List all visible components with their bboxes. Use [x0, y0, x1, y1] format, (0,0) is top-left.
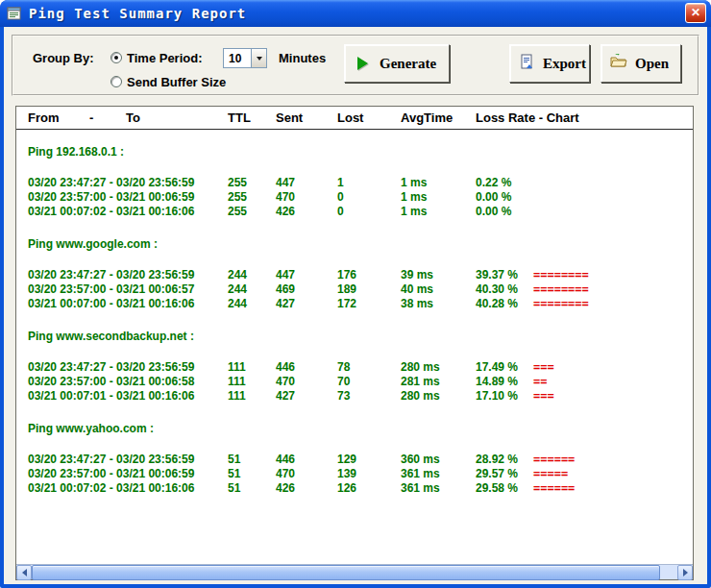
cell-period: 03/20 23:47:27 - 03/20 23:56:59 [28, 176, 194, 189]
cell-chart: ====== [533, 481, 575, 495]
export-button-label: Export [543, 56, 586, 72]
ping-section-title: Ping 192.168.0.1 : [28, 145, 124, 159]
scroll-left-button[interactable] [16, 565, 32, 580]
cell-lost: 176 [337, 268, 356, 282]
cell-period: 03/20 23:57:00 - 03/21 00:06:58 [28, 375, 194, 388]
ping-section-title: Ping www.secondbackup.net : [28, 330, 194, 344]
cell-avg: 39 ms [401, 268, 433, 282]
cell-ttl: 255 [228, 190, 247, 204]
cell-avg: 360 ms [401, 453, 440, 466]
cell-loss: 17.10 % [476, 389, 518, 403]
cell-chart: ======== [533, 297, 589, 310]
cell-lost: 139 [337, 467, 356, 480]
report-row: 03/20 23:47:27 - 03/20 23:56:59244447176… [16, 268, 693, 282]
group-by-label: Group By: [33, 51, 94, 65]
cell-lost: 0 [337, 205, 344, 218]
ping-section-title: Ping www.google.com : [28, 237, 158, 252]
report-row: 03/20 23:47:27 - 03/20 23:56:59111446782… [16, 360, 693, 375]
toolbar-panel: Group By: Time Period: 10 Minutes Send B… [12, 35, 699, 96]
cell-loss: 29.58 % [476, 481, 518, 495]
cell-ttl: 111 [228, 389, 246, 403]
cell-loss: 0.00 % [476, 205, 511, 218]
play-icon [357, 57, 368, 70]
open-folder-icon [610, 54, 627, 73]
cell-avg: 1 ms [401, 205, 427, 218]
cell-loss: 40.30 % [476, 282, 518, 296]
ping-section-title: Ping www.yahoo.com : [28, 422, 154, 436]
cell-sent: 447 [276, 176, 295, 189]
cell-ttl: 244 [228, 282, 247, 296]
export-icon [519, 54, 535, 74]
cell-lost: 73 [337, 389, 350, 403]
cell-chart: ===== [533, 467, 568, 480]
cell-sent: 426 [276, 205, 295, 218]
cell-ttl: 255 [228, 205, 247, 218]
generate-button[interactable]: Generate [344, 44, 450, 83]
cell-ttl: 255 [228, 176, 247, 189]
open-button[interactable]: Open [601, 44, 681, 83]
cell-sent: 470 [276, 375, 295, 388]
cell-avg: 361 ms [401, 481, 440, 495]
cell-loss: 0.00 % [476, 190, 511, 204]
cell-chart: ======== [533, 268, 589, 282]
cell-lost: 129 [337, 453, 356, 466]
report-row: 03/21 00:07:02 - 03/21 00:16:0625542601 … [16, 205, 693, 219]
send-buffer-radio[interactable] [110, 76, 122, 87]
cell-loss: 17.49 % [476, 360, 518, 374]
cell-sent: 447 [276, 268, 295, 282]
titlebar[interactable]: Ping Test Summary Report ✕ [0, 0, 711, 27]
cell-period: 03/21 00:07:00 - 03/21 00:16:06 [28, 297, 194, 310]
report-row: 03/20 23:57:00 - 03/21 00:06:59514701393… [16, 467, 693, 481]
cell-lost: 189 [337, 282, 356, 296]
cell-avg: 361 ms [401, 467, 440, 480]
cell-loss: 14.89 % [476, 375, 518, 388]
cell-period: 03/20 23:57:00 - 03/21 00:06:59 [28, 190, 194, 204]
cell-ttl: 51 [228, 453, 240, 466]
cell-avg: 281 ms [401, 375, 440, 388]
minutes-label: Minutes [279, 51, 326, 65]
scroll-right-icon [683, 569, 688, 576]
cell-lost: 1 [337, 176, 344, 189]
report-row: 03/20 23:47:27 - 03/20 23:56:5925544711 … [16, 176, 693, 190]
close-icon: ✕ [691, 6, 700, 19]
export-button[interactable]: Export [509, 44, 590, 83]
cell-lost: 78 [337, 360, 350, 374]
cell-loss: 28.92 % [476, 453, 518, 466]
period-value: 10 [224, 49, 251, 67]
cell-chart: ======== [533, 282, 589, 296]
report-body: Ping 192.168.0.1 :03/20 23:47:27 - 03/20… [16, 107, 693, 564]
cell-sent: 427 [276, 297, 295, 310]
report-row: 03/21 00:07:00 - 03/21 00:16:06244427172… [16, 297, 693, 311]
cell-avg: 280 ms [401, 360, 440, 374]
window-icon[interactable] [7, 6, 22, 21]
scroll-right-button[interactable] [677, 565, 693, 580]
cell-lost: 126 [337, 481, 356, 495]
scroll-left-icon [22, 569, 27, 576]
cell-ttl: 51 [228, 467, 240, 480]
period-combobox[interactable]: 10 [223, 48, 267, 68]
cell-avg: 280 ms [401, 389, 440, 403]
window: Ping Test Summary Report ✕ Group By: Tim… [0, 0, 711, 588]
cell-chart: === [533, 389, 554, 403]
report-row: 03/20 23:57:00 - 03/21 00:06:58111470702… [16, 375, 693, 389]
cell-lost: 70 [337, 375, 350, 388]
cell-period: 03/21 00:07:02 - 03/21 00:16:06 [28, 205, 194, 218]
horizontal-scrollbar[interactable] [16, 564, 693, 579]
cell-sent: 427 [276, 389, 295, 403]
combo-dropdown-button[interactable] [251, 49, 266, 67]
cell-ttl: 111 [228, 375, 246, 388]
cell-chart: ====== [533, 453, 575, 466]
chevron-down-icon [257, 57, 262, 61]
cell-period: 03/20 23:47:27 - 03/20 23:56:59 [28, 360, 194, 374]
report-row: 03/20 23:47:27 - 03/20 23:56:59514461293… [16, 453, 693, 467]
cell-sent: 426 [276, 481, 295, 495]
content-area: Group By: Time Period: 10 Minutes Send B… [4, 27, 707, 584]
close-button[interactable]: ✕ [685, 3, 706, 23]
time-period-radio[interactable] [110, 52, 122, 63]
scrollbar-thumb[interactable] [32, 565, 660, 580]
cell-sent: 446 [276, 453, 295, 466]
cell-avg: 38 ms [401, 297, 433, 310]
cell-lost: 172 [337, 297, 356, 310]
cell-ttl: 244 [228, 297, 247, 310]
report-panel: From - To TTL Sent Lost AvgTime Loss Rat… [15, 106, 694, 580]
